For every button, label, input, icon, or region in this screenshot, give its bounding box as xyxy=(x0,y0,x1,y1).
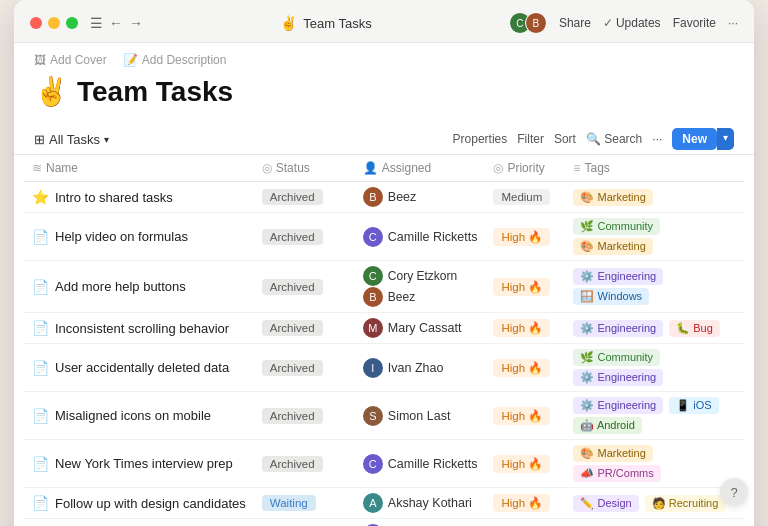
task-name: 📄 Add more help buttons xyxy=(32,279,246,295)
status-badge: Archived xyxy=(262,360,323,376)
tag: 🪟 Windows xyxy=(573,288,649,305)
table-row[interactable]: 📄 User accidentally deleted data Archive… xyxy=(24,344,744,392)
avatar: A xyxy=(363,493,383,513)
task-icon: 📄 xyxy=(32,279,49,295)
chevron-down-icon: ▾ xyxy=(104,134,109,145)
task-name: 📄 User accidentally deleted data xyxy=(32,360,246,376)
task-name: 📄 Follow up with design candidates xyxy=(32,495,246,511)
task-icon: 📄 xyxy=(32,495,49,511)
avatar: B xyxy=(525,12,547,34)
avatar: I xyxy=(363,358,383,378)
assigned-cell: I Ivan Zhao xyxy=(363,358,478,378)
more-button[interactable]: ··· xyxy=(652,132,662,146)
avatar: M xyxy=(363,318,383,338)
task-title: Add more help buttons xyxy=(55,279,186,294)
tasks-table: ≋Name ◎Status 👤Assigned ◎Priority ≡Tags xyxy=(24,155,744,526)
assigned-cell: C Cory Etzkorn B Beez xyxy=(363,266,478,307)
traffic-lights xyxy=(30,17,78,29)
assignee-name: Beez xyxy=(388,190,417,204)
priority-badge: Medium xyxy=(493,189,550,205)
task-icon: 📄 xyxy=(32,456,49,472)
assigned-cell: C Camille Ricketts xyxy=(363,454,478,474)
task-title: Misaligned icons on mobile xyxy=(55,408,211,423)
page-title: ✌️ Team Tasks xyxy=(34,75,734,108)
assigned-cell: S Simon Last xyxy=(363,406,478,426)
assignee-name: Akshay Kothari xyxy=(388,496,472,510)
task-icon: 📄 xyxy=(32,320,49,336)
new-button[interactable]: New xyxy=(672,128,717,150)
share-button[interactable]: Share xyxy=(559,16,591,30)
toolbar: ⊞ All Tasks ▾ Properties Filter Sort 🔍 S… xyxy=(14,124,754,155)
assignee-name: Mary Cassatt xyxy=(388,321,462,335)
assignee-name: Camille Ricketts xyxy=(388,457,478,471)
add-cover-button[interactable]: 🖼 Add Cover xyxy=(34,53,107,67)
task-icon: 📄 xyxy=(32,229,49,245)
avatar: C xyxy=(363,227,383,247)
table-row[interactable]: 📄 Help video on formulas Archived C Cami… xyxy=(24,213,744,261)
priority-badge: High 🔥 xyxy=(493,228,550,246)
table-icon: ⊞ xyxy=(34,132,45,147)
filter-button[interactable]: Filter xyxy=(517,132,544,146)
task-name: 📄 Inconsistent scrolling behavior xyxy=(32,320,246,336)
favorite-button[interactable]: Favorite xyxy=(673,16,716,30)
table-row[interactable]: 📄 Misaligned icons on mobile Archived S … xyxy=(24,392,744,440)
tag: ✏️ Design xyxy=(573,495,638,512)
avatar: C xyxy=(363,454,383,474)
help-button[interactable]: ? xyxy=(720,478,748,506)
tag: 🧑 Recruiting xyxy=(645,495,726,512)
status-col-icon: ◎ xyxy=(262,161,272,175)
window: ☰ ← → ✌️ Team Tasks C B Share ✓ Updates … xyxy=(14,0,754,526)
task-title: Inconsistent scrolling behavior xyxy=(55,321,229,336)
updates-button[interactable]: ✓ Updates xyxy=(603,16,661,30)
collaborator-avatars: C B xyxy=(509,12,547,34)
properties-button[interactable]: Properties xyxy=(453,132,508,146)
task-title: Help video on formulas xyxy=(55,229,188,244)
tags-cell: ⚙️ Engineering📱 iOS🤖 Android xyxy=(573,397,736,434)
search-button[interactable]: 🔍 Search xyxy=(586,132,642,146)
tags-cell: 🎨 Marketing📣 PR/Comms xyxy=(573,445,736,482)
tag: ⚙️ Engineering xyxy=(573,268,663,285)
tag: 🎨 Marketing xyxy=(573,238,652,255)
task-title: Intro to shared tasks xyxy=(55,190,173,205)
view-selector[interactable]: ⊞ All Tasks ▾ xyxy=(34,132,109,147)
col-header-tags: ≡Tags xyxy=(565,155,744,182)
status-badge: Archived xyxy=(262,229,323,245)
forward-button[interactable]: → xyxy=(129,15,143,31)
assignee-name: Ivan Zhao xyxy=(388,361,444,375)
task-title: User accidentally deleted data xyxy=(55,360,229,375)
list-icon[interactable]: ☰ xyxy=(90,15,103,31)
table-row[interactable]: ⭐ Intro to shared tasks Archived B Beez … xyxy=(24,182,744,213)
tag: 📱 iOS xyxy=(669,397,718,414)
assigned-cell: A Akshay Kothari xyxy=(363,493,478,513)
add-description-button[interactable]: 📝 Add Description xyxy=(123,53,227,67)
more-options-button[interactable]: ··· xyxy=(728,16,738,30)
table-row[interactable]: 📄 Follow up with design candidates Waiti… xyxy=(24,488,744,519)
image-icon: 🖼 xyxy=(34,53,46,67)
back-button[interactable]: ← xyxy=(109,15,123,31)
assigned-cell: M Mary Cassatt xyxy=(363,318,478,338)
sort-button[interactable]: Sort xyxy=(554,132,576,146)
table-row[interactable]: 📄 Team Trip This Week C Camille Ricketts… xyxy=(24,519,744,527)
avatar: B xyxy=(363,187,383,207)
col-header-name: ≋Name xyxy=(24,155,254,182)
status-badge: Archived xyxy=(262,320,323,336)
table-row[interactable]: 📄 New York Times interview prep Archived… xyxy=(24,440,744,488)
status-badge: Archived xyxy=(262,189,323,205)
priority-badge: High 🔥 xyxy=(493,319,550,337)
new-button-caret[interactable]: ▾ xyxy=(717,128,734,150)
tags-cell: ✏️ Design🧑 Recruiting xyxy=(573,495,736,512)
fullscreen-button[interactable] xyxy=(66,17,78,29)
tag: ⚙️ Engineering xyxy=(573,320,663,337)
assignee-name: Beez xyxy=(388,290,415,304)
page-header: 🖼 Add Cover 📝 Add Description ✌️ Team Ta… xyxy=(14,43,754,124)
tag: 🌿 Community xyxy=(573,218,660,235)
table-row[interactable]: 📄 Inconsistent scrolling behavior Archiv… xyxy=(24,313,744,344)
table-row[interactable]: 📄 Add more help buttons Archived C Cory … xyxy=(24,261,744,313)
avatar: C xyxy=(363,266,383,286)
task-title: Follow up with design candidates xyxy=(55,496,246,511)
close-button[interactable] xyxy=(30,17,42,29)
minimize-button[interactable] xyxy=(48,17,60,29)
add-actions: 🖼 Add Cover 📝 Add Description xyxy=(34,53,734,67)
col-header-assigned: 👤Assigned xyxy=(355,155,486,182)
status-badge: Archived xyxy=(262,456,323,472)
